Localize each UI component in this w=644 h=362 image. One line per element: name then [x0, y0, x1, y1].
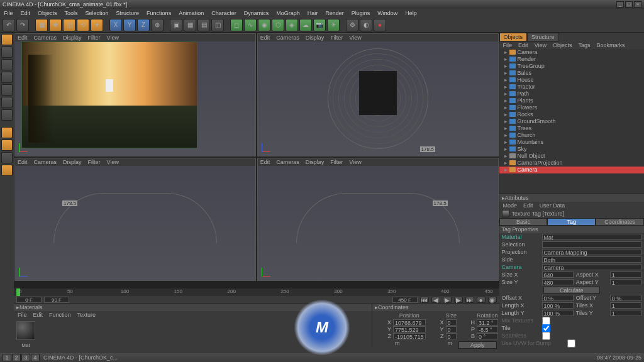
- menu-functions[interactable]: Functions: [147, 10, 171, 16]
- move-tool-icon[interactable]: ✥: [49, 19, 62, 31]
- camera-field[interactable]: Camera: [542, 264, 641, 270]
- vp-menu-display[interactable]: Display: [306, 35, 325, 41]
- render-settings-icon[interactable]: ▤: [197, 19, 210, 31]
- object-mode-icon[interactable]: [1, 47, 13, 58]
- obj-menu-objects[interactable]: Objects: [553, 42, 572, 48]
- menu-dynamics[interactable]: Dynamics: [244, 10, 269, 16]
- render-icon[interactable]: ▣: [170, 19, 182, 31]
- object-tree-item[interactable]: ▸Plants: [499, 97, 644, 104]
- mat-menu-edit[interactable]: Edit: [33, 312, 43, 318]
- viewport-canvas[interactable]: 178.5: [15, 166, 255, 280]
- vp-menu-filter[interactable]: Filter: [88, 159, 101, 165]
- menu-mograph[interactable]: MoGraph: [276, 10, 300, 16]
- material-field[interactable]: Mat: [542, 234, 641, 240]
- vp-menu-cameras[interactable]: Cameras: [34, 159, 57, 165]
- goto-end-icon[interactable]: ⏭: [465, 297, 474, 303]
- size-y-field[interactable]: 0 m: [446, 326, 457, 332]
- menu-window[interactable]: Window: [377, 10, 397, 16]
- prev-frame-icon[interactable]: ◀: [431, 297, 440, 303]
- polygon-mode-icon[interactable]: [1, 97, 13, 108]
- menu-render[interactable]: Render: [325, 10, 344, 16]
- timeline-ruler[interactable]: 0 50 100 150 200 250 300 350 400 450: [14, 288, 499, 296]
- lengthx-field[interactable]: 100 %: [542, 302, 574, 309]
- add-deformer-icon[interactable]: ◈: [286, 19, 298, 31]
- object-tree-item[interactable]: ▸Rocks: [499, 111, 644, 118]
- menu-help[interactable]: Help: [405, 10, 417, 16]
- pos-z-field[interactable]: -19105.715 m: [393, 333, 426, 339]
- snap-icon[interactable]: [1, 127, 13, 138]
- menu-animation[interactable]: Animation: [179, 10, 204, 16]
- object-tree-item[interactable]: ▸TreeGroup: [499, 63, 644, 70]
- size-z-field[interactable]: 0 m: [446, 333, 457, 339]
- vp-menu-filter[interactable]: Filter: [330, 35, 343, 41]
- menu-plugins[interactable]: Plugins: [352, 10, 370, 16]
- misc-tool2-icon[interactable]: ◐: [360, 19, 372, 31]
- add-nurbs-icon[interactable]: ◉: [258, 19, 270, 31]
- obj-menu-file[interactable]: File: [503, 42, 513, 48]
- viewport-canvas[interactable]: 178.5: [258, 166, 498, 280]
- obj-menu-bookmarks[interactable]: Bookmarks: [597, 42, 625, 48]
- vp-menu-filter[interactable]: Filter: [330, 159, 343, 165]
- coord-system-icon[interactable]: ⊕: [151, 19, 164, 31]
- vp-menu-edit[interactable]: Edit: [260, 35, 270, 41]
- add-camera-icon[interactable]: 📷: [313, 19, 326, 31]
- record-key-icon[interactable]: ●: [477, 297, 486, 303]
- end-frame-field[interactable]: 450 F: [392, 297, 418, 303]
- viewport-front[interactable]: Edit Cameras Display Filter View Front 1…: [257, 158, 499, 281]
- snap3-icon[interactable]: [1, 152, 13, 163]
- record-icon[interactable]: ●: [374, 19, 386, 31]
- add-spline-icon[interactable]: ∿: [244, 19, 257, 31]
- size-x-field[interactable]: 0 m: [446, 319, 457, 326]
- axis-y-icon[interactable]: Y: [123, 19, 136, 31]
- add-generator-icon[interactable]: ⬡: [272, 19, 284, 31]
- obj-menu-edit[interactable]: Edit: [518, 42, 528, 48]
- viewport-perspective[interactable]: Edit Cameras Display Filter View Perspec…: [14, 33, 256, 156]
- attr-menu-userdata[interactable]: User Data: [540, 202, 565, 209]
- object-tree-item[interactable]: ▸Camera: [499, 49, 644, 56]
- offsetx-field[interactable]: 0 %: [542, 295, 574, 301]
- next-frame-icon[interactable]: ▶: [454, 297, 463, 303]
- misc-tool-icon[interactable]: ⚙: [346, 19, 358, 31]
- pos-y-field[interactable]: 7751.529 m: [393, 326, 426, 332]
- layout-tab-1[interactable]: 1: [3, 354, 11, 361]
- vp-menu-cameras[interactable]: Cameras: [276, 35, 299, 41]
- calculate-button[interactable]: Calculate: [543, 287, 600, 293]
- maximize-button[interactable]: □: [625, 1, 633, 8]
- undo-icon[interactable]: ↶: [3, 19, 15, 31]
- autokey-icon[interactable]: ◉: [488, 297, 497, 303]
- aspectx-field[interactable]: 1: [610, 272, 641, 278]
- vp-menu-display[interactable]: Display: [63, 159, 82, 165]
- vp-menu-edit[interactable]: Edit: [18, 159, 28, 165]
- viewport-right[interactable]: Edit Cameras Display Filter View Right 1…: [14, 158, 256, 281]
- menu-tools[interactable]: Tools: [65, 10, 78, 16]
- mat-menu-file[interactable]: File: [18, 312, 27, 318]
- vp-menu-view[interactable]: View: [349, 35, 361, 41]
- vp-menu-view[interactable]: View: [107, 159, 119, 165]
- select-tool-icon[interactable]: ▦: [35, 19, 48, 31]
- render-region-icon[interactable]: ▦: [184, 19, 196, 31]
- attr-menu-edit[interactable]: Edit: [523, 202, 533, 209]
- scale-tool-icon[interactable]: ◫: [63, 19, 75, 31]
- object-tree-item[interactable]: ▸Render: [499, 56, 644, 63]
- tilesy-field[interactable]: 1: [610, 310, 641, 316]
- tab-objects[interactable]: Objects: [499, 33, 528, 41]
- object-tree-item[interactable]: ▸Sky: [499, 146, 644, 153]
- aspecty-field[interactable]: 1: [610, 279, 641, 285]
- material-thumbnail[interactable]: [16, 321, 35, 340]
- seamless-checkbox[interactable]: [542, 332, 550, 340]
- axis-x-icon[interactable]: X: [109, 19, 122, 31]
- layout-tab-3[interactable]: 3: [21, 354, 30, 361]
- vp-menu-view[interactable]: View: [107, 35, 119, 41]
- lengthy-field[interactable]: 100 %: [542, 310, 574, 316]
- object-tree-item[interactable]: ▸House: [499, 77, 644, 84]
- viewport-canvas[interactable]: [15, 41, 255, 156]
- viewport-canvas[interactable]: 178.5: [258, 41, 498, 156]
- vp-menu-edit[interactable]: Edit: [18, 35, 28, 41]
- vp-menu-edit[interactable]: Edit: [260, 159, 270, 165]
- obj-menu-view[interactable]: View: [535, 42, 547, 48]
- obj-menu-tags[interactable]: Tags: [579, 42, 591, 48]
- sizey-field[interactable]: 480: [542, 279, 574, 285]
- menu-hair[interactable]: Hair: [308, 10, 318, 16]
- tab-coordinates[interactable]: Coordinates: [596, 218, 644, 226]
- menu-character[interactable]: Character: [211, 10, 236, 16]
